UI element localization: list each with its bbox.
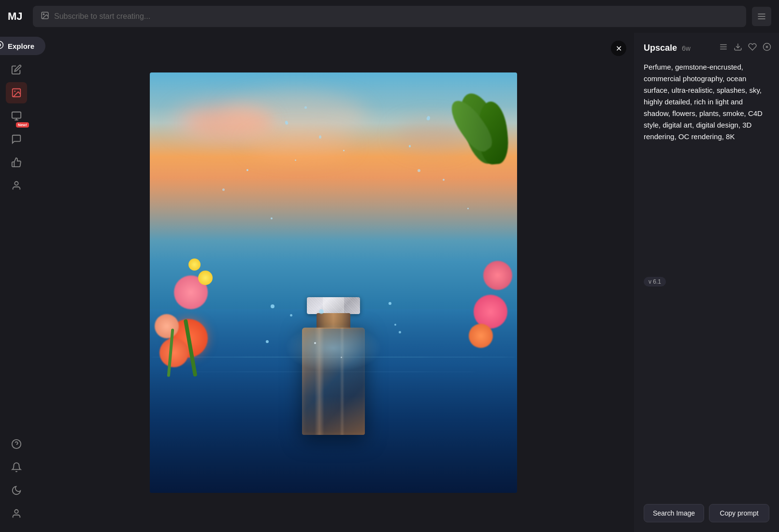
- sidebar-item-account[interactable]: [6, 503, 27, 524]
- panel-actions: [719, 43, 769, 54]
- svg-point-10: [14, 182, 18, 185]
- topbar: MJ Subscribe to start creating...: [0, 0, 779, 33]
- main-image: [150, 72, 517, 493]
- detail-panel: Upscale 6w: [634, 33, 779, 532]
- panel-close-button[interactable]: [763, 43, 771, 54]
- search-bar[interactable]: Subscribe to start creating...: [33, 6, 746, 27]
- prompt-text: Perfume, gemstone-encrusted, commercial …: [644, 61, 769, 271]
- sidebar-item-help[interactable]: [6, 433, 27, 455]
- image-modal: ✕: [33, 33, 634, 532]
- explore-label: Explore: [8, 42, 34, 50]
- app-logo: MJ: [8, 10, 27, 23]
- svg-rect-9: [12, 112, 21, 118]
- sidebar-item-chat[interactable]: [6, 129, 27, 150]
- panel-footer: Search Image Copy prompt: [644, 496, 769, 522]
- svg-point-8: [14, 90, 15, 92]
- search-placeholder: Subscribe to start creating...: [54, 12, 150, 21]
- svg-point-1: [43, 14, 44, 14]
- version-badge: v 6.1: [644, 271, 769, 287]
- svg-point-6: [0, 44, 0, 46]
- sidebar-item-like[interactable]: [6, 152, 27, 173]
- explore-icon: [0, 41, 4, 51]
- panel-title: Upscale: [644, 43, 677, 53]
- sidebar-item-images[interactable]: [6, 82, 27, 103]
- copy-prompt-button[interactable]: Copy prompt: [709, 504, 769, 522]
- modal-close-button[interactable]: ✕: [611, 41, 626, 56]
- image-icon: [41, 11, 49, 22]
- main-layout: Explore: [0, 33, 779, 532]
- sidebar-item-create[interactable]: [6, 59, 27, 80]
- search-image-button[interactable]: Search Image: [644, 504, 704, 522]
- panel-heart-icon[interactable]: [748, 43, 757, 54]
- sidebar-item-notifications[interactable]: [6, 457, 27, 478]
- panel-menu-icon[interactable]: [719, 43, 728, 54]
- sidebar: Explore: [0, 33, 33, 532]
- sidebar-bottom: [6, 433, 27, 528]
- panel-title-row: Upscale 6w: [644, 43, 691, 53]
- svg-point-13: [14, 510, 18, 513]
- sidebar-item-editor[interactable]: New!: [6, 105, 27, 127]
- panel-header: Upscale 6w: [644, 43, 769, 54]
- content-area: ✕: [33, 33, 779, 532]
- panel-age: 6w: [682, 44, 691, 52]
- new-badge: New!: [16, 122, 29, 128]
- panel-download-icon[interactable]: [734, 43, 742, 54]
- sidebar-item-theme[interactable]: [6, 480, 27, 501]
- sidebar-item-profile[interactable]: [6, 175, 27, 196]
- topbar-menu[interactable]: [752, 7, 771, 26]
- version-text: v 6.1: [644, 277, 666, 287]
